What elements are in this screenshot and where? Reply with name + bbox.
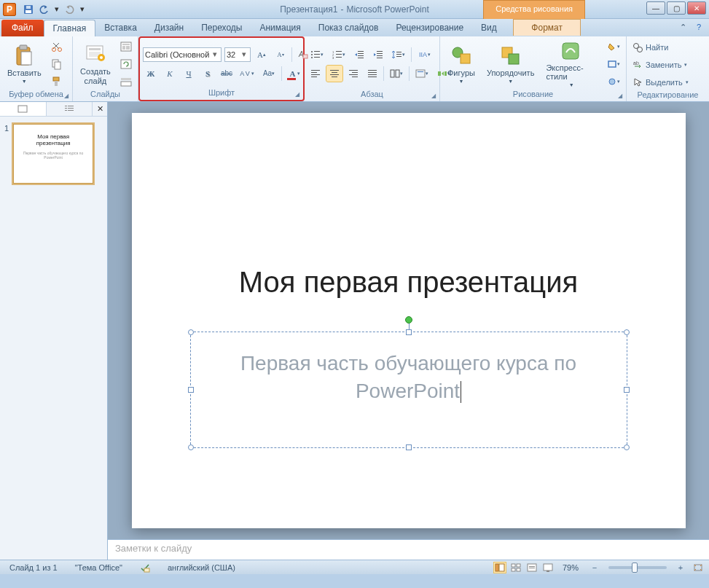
save-button[interactable] — [22, 3, 35, 16]
minimize-ribbon-button[interactable]: ⌃ — [677, 21, 689, 33]
svg-rect-89 — [144, 568, 149, 572]
font-size-combo[interactable]: 32▾ — [224, 47, 251, 62]
increase-indent-button[interactable] — [370, 47, 386, 63]
reset-slide-button[interactable] — [118, 56, 134, 72]
align-center-button[interactable] — [326, 66, 342, 82]
minimize-button[interactable]: — — [646, 1, 665, 15]
chevron-down-icon[interactable]: ▾ — [211, 50, 219, 59]
tab-показ слайдов[interactable]: Показ слайдов — [310, 20, 388, 36]
font-color-button[interactable]: A▾ — [285, 66, 305, 82]
qat-customize-dropdown[interactable]: ▾ — [79, 3, 86, 16]
underline-button[interactable]: Ч — [181, 66, 197, 82]
quick-styles-button[interactable]: Экспресс-стили▼ — [541, 39, 601, 89]
status-language[interactable]: английский (США) — [162, 562, 240, 573]
strikethrough-button[interactable]: abc — [219, 66, 235, 82]
panel-close-button[interactable]: ✕ — [93, 102, 107, 116]
bullets-button[interactable]: ▾ — [308, 47, 326, 63]
undo-dropdown[interactable]: ▾ — [54, 3, 60, 16]
replace-button[interactable]: abЗаменить▾ — [630, 57, 690, 73]
drawing-dialog-launcher[interactable]: ◢ — [616, 91, 624, 100]
slide-thumbnail-1[interactable]: Моя первая презентация Первая часть обуч… — [13, 124, 93, 184]
resize-handle-n[interactable] — [406, 329, 412, 335]
zoom-out-button[interactable]: − — [587, 560, 603, 576]
align-right-button[interactable] — [345, 66, 361, 82]
fit-to-window-button[interactable] — [692, 562, 705, 573]
justify-button[interactable] — [364, 66, 380, 82]
paste-button[interactable]: Вставить ▼ — [3, 39, 46, 89]
align-text-button[interactable]: ▾ — [412, 66, 431, 82]
shape-effects-button[interactable]: ▾ — [604, 74, 623, 90]
panel-tab-outline[interactable] — [47, 102, 93, 116]
grow-font-button[interactable]: A▴ — [254, 47, 270, 63]
tab-главная[interactable]: Главная — [44, 20, 96, 36]
resize-handle-ne[interactable] — [624, 329, 630, 335]
svg-rect-40 — [358, 55, 364, 56]
italic-button[interactable]: К — [162, 66, 178, 82]
resize-handle-se[interactable] — [624, 444, 630, 450]
slide-section-button[interactable] — [118, 74, 134, 90]
shapes-button[interactable]: Фигуры▼ — [443, 39, 479, 89]
slide-title-text[interactable]: Моя первая презентация — [176, 266, 642, 299]
zoom-percent[interactable]: 79% — [557, 562, 584, 573]
shrink-font-button[interactable]: A▾ — [273, 47, 289, 63]
numbering-button[interactable]: 123▾ — [329, 47, 348, 63]
shape-fill-button[interactable]: ▾ — [604, 39, 623, 55]
resize-handle-nw[interactable] — [188, 329, 194, 335]
zoom-slider[interactable] — [608, 566, 667, 569]
shape-outline-button[interactable]: ▾ — [604, 56, 623, 72]
tab-переходы[interactable]: Переходы — [192, 20, 251, 36]
paragraph-dialog-launcher[interactable]: ◢ — [429, 91, 438, 100]
chevron-down-icon[interactable]: ▾ — [240, 50, 248, 59]
align-left-button[interactable] — [308, 66, 324, 82]
resize-handle-e[interactable] — [624, 387, 630, 393]
notes-pane[interactable]: Заметки к слайду — [108, 539, 709, 560]
arrange-button[interactable]: Упорядочить▼ — [482, 39, 538, 89]
format-painter-button[interactable] — [49, 74, 65, 90]
redo-button[interactable] — [63, 3, 76, 16]
subtitle-text-box[interactable]: Первая часть обучающего курса по PowerPo… — [190, 332, 627, 448]
font-dialog-launcher[interactable]: ◢ — [293, 90, 302, 98]
tab-format[interactable]: Формат — [513, 19, 581, 36]
status-spellcheck[interactable] — [135, 561, 155, 574]
view-reading-button[interactable] — [525, 562, 538, 573]
undo-button[interactable] — [38, 3, 51, 16]
zoom-slider-thumb[interactable] — [632, 562, 638, 573]
new-slide-button[interactable]: Создать слайд — [76, 39, 115, 89]
columns-button[interactable]: ▾ — [387, 66, 406, 82]
view-slideshow-button[interactable] — [541, 562, 555, 573]
clipboard-dialog-launcher[interactable]: ◢ — [62, 91, 71, 100]
tab-рецензирование[interactable]: Рецензирование — [387, 20, 472, 36]
select-button[interactable]: Выделить▾ — [630, 74, 692, 90]
close-button[interactable]: ✕ — [687, 1, 706, 15]
view-normal-button[interactable] — [493, 562, 506, 573]
tab-вид[interactable]: Вид — [472, 20, 506, 36]
slide-layout-button[interactable] — [118, 39, 134, 55]
panel-tab-slides[interactable] — [0, 102, 47, 116]
view-sorter-button[interactable] — [509, 562, 522, 573]
text-direction-button[interactable]: IIA▾ — [415, 47, 434, 63]
rotation-handle[interactable] — [405, 316, 412, 324]
cut-button[interactable] — [49, 39, 65, 55]
font-name-combo[interactable]: Calibri (Основной▾ — [143, 47, 222, 62]
slide[interactable]: Моя первая презентация Первая часть обуч… — [132, 113, 686, 528]
find-button[interactable]: Найти — [630, 39, 671, 55]
zoom-in-button[interactable]: + — [673, 560, 689, 576]
maximize-button[interactable]: ▢ — [667, 1, 686, 15]
tab-вставка[interactable]: Вставка — [95, 20, 146, 36]
resize-handle-w[interactable] — [188, 387, 194, 393]
line-spacing-button[interactable]: ▾ — [389, 47, 408, 63]
slide-canvas-area[interactable]: Моя первая презентация Первая часть обуч… — [108, 102, 709, 539]
copy-button[interactable] — [49, 56, 65, 72]
subtitle-text[interactable]: Первая часть обучающего курса по PowerPo… — [191, 332, 627, 405]
tab-дизайн[interactable]: Дизайн — [146, 20, 192, 36]
help-button[interactable]: ? — [693, 21, 705, 33]
bold-button[interactable]: Ж — [143, 66, 159, 82]
decrease-indent-button[interactable] — [351, 47, 367, 63]
file-tab[interactable]: Файл — [1, 20, 44, 36]
resize-handle-s[interactable] — [406, 444, 412, 450]
char-spacing-button[interactable]: AV▾ — [238, 66, 256, 82]
tab-анимация[interactable]: Анимация — [251, 20, 309, 36]
change-case-button[interactable]: Aa▾ — [259, 66, 278, 82]
resize-handle-sw[interactable] — [188, 444, 194, 450]
text-shadow-button[interactable]: S — [200, 66, 216, 82]
